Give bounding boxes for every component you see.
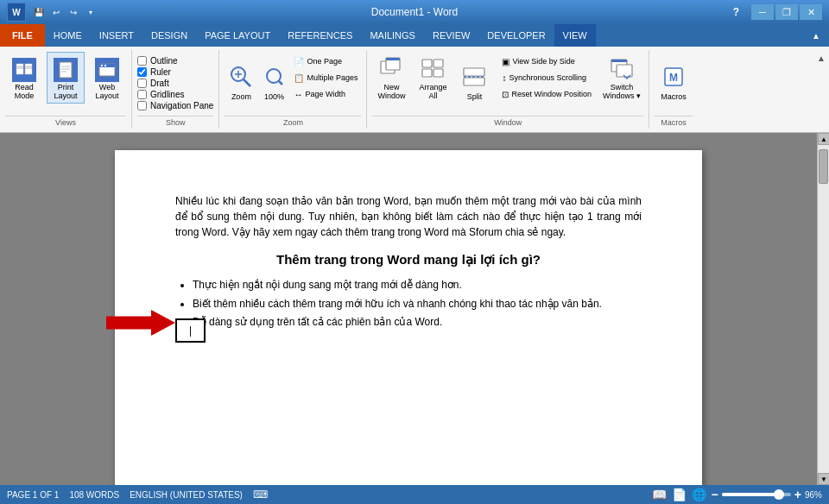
draft-check[interactable]	[137, 79, 147, 88]
menu-references[interactable]: REFERENCES	[279, 24, 361, 47]
status-web-layout-btn[interactable]: 🌐	[692, 488, 706, 501]
ruler-check[interactable]	[137, 67, 147, 77]
document-heading: Thêm trang trong Word mang lại lợi ích g…	[175, 252, 642, 268]
switch-windows-icon	[608, 54, 636, 82]
reset-window-position-button[interactable]: ⊡ Reset Window Position	[498, 87, 595, 102]
zoom-minus-button[interactable]: −	[712, 488, 718, 501]
scroll-down-button[interactable]: ▼	[818, 473, 829, 485]
split-icon	[460, 63, 488, 91]
page-info: PAGE 1 OF 1	[7, 490, 59, 500]
document-paragraph: Nhiều lúc khi đang soạn thảo văn bản tro…	[175, 193, 642, 240]
window-main-buttons: NewWindow ArrangeAll Split	[372, 52, 493, 104]
scroll-up-button[interactable]: ▲	[818, 133, 829, 145]
views-group-label: Views	[5, 116, 126, 127]
show-group-content: Outline Ruler Draft Gridlines Navigation…	[137, 52, 213, 116]
svg-rect-25	[422, 69, 432, 77]
zoom-slider[interactable]	[722, 493, 791, 496]
ribbon-right: ▲	[817, 50, 829, 129]
menu-home[interactable]: HOME	[45, 24, 91, 47]
undo-quick-btn[interactable]: ↩	[48, 4, 64, 20]
status-right: 📖 📄 🌐 − + 96%	[652, 488, 822, 501]
zoom-group-label: Zoom	[225, 116, 361, 127]
scroll-thumb[interactable]	[819, 149, 828, 184]
close-button[interactable]: ✕	[800, 4, 822, 20]
document-scroll[interactable]: | Nhiều lúc khi đang soạn thảo văn bản t…	[0, 133, 817, 485]
menu-insert[interactable]: INSERT	[91, 24, 142, 47]
menu-expand[interactable]: ▲	[803, 24, 829, 47]
print-layout-button[interactable]: PrintLayout	[47, 52, 85, 104]
word-count: 108 WORDS	[69, 490, 119, 500]
zoom-slider-thumb	[774, 489, 784, 500]
sync-scroll-icon: ↕	[502, 73, 506, 83]
more-quick-btn[interactable]: ▾	[83, 4, 98, 20]
list-item: Biết thêm nhiều cách thêm trang mới hữu …	[193, 295, 642, 314]
menu-design[interactable]: DESIGN	[142, 24, 196, 47]
status-read-mode-btn[interactable]: 📖	[652, 488, 667, 501]
nav-pane-checkbox[interactable]: Navigation Pane	[137, 100, 213, 111]
read-mode-button[interactable]: ReadMode	[5, 52, 43, 104]
zoom-percent-status: 96%	[805, 490, 822, 500]
page-width-button[interactable]: ↔ Page Width	[290, 87, 361, 102]
language-info: ENGLISH (UNITED STATES)	[130, 490, 243, 500]
red-arrow	[106, 310, 175, 336]
svg-line-15	[244, 79, 250, 86]
macros-button[interactable]: M Macros	[655, 52, 693, 104]
draft-checkbox[interactable]: Draft	[137, 78, 169, 89]
svg-point-12	[101, 65, 103, 66]
page-width-icon: ↔	[294, 90, 302, 99]
minimize-button[interactable]: ─	[751, 4, 774, 20]
title-bar: W 💾 ↩ ↪ ▾ Document1 - Word ? ─ ❐ ✕	[0, 0, 829, 24]
nav-pane-check[interactable]	[137, 101, 147, 110]
window-group-content: NewWindow ArrangeAll Split	[372, 52, 643, 116]
views-group: ReadMode PrintLayout WebLayout Views	[0, 50, 132, 129]
restore-button[interactable]: ❐	[775, 4, 798, 20]
read-mode-label: ReadMode	[15, 84, 35, 101]
macros-group: M Macros Macros	[649, 50, 698, 129]
view-side-by-side-button[interactable]: ▣ View Side by Side	[498, 54, 595, 69]
outline-checkbox[interactable]: Outline	[137, 55, 178, 66]
web-layout-button[interactable]: WebLayout	[88, 52, 126, 104]
save-quick-btn[interactable]: 💾	[31, 4, 47, 20]
ruler-checkbox[interactable]: Ruler	[137, 66, 171, 78]
split-button[interactable]: Split	[455, 52, 493, 104]
zoom-options: 📄 One Page 📋 Multiple Pages ↔ Page Width	[290, 52, 361, 104]
menu-mailings[interactable]: MAILINGS	[361, 24, 424, 47]
outline-check[interactable]	[137, 56, 147, 66]
gridlines-checkbox[interactable]: Gridlines	[137, 89, 184, 100]
macros-group-content: M Macros	[655, 52, 693, 116]
new-window-button[interactable]: NewWindow	[372, 52, 410, 104]
menu-page-layout[interactable]: PAGE LAYOUT	[196, 24, 279, 47]
svg-rect-24	[433, 60, 443, 67]
ribbon-collapse-button[interactable]: ▲	[817, 54, 826, 63]
list-item: Dễ dàng sử dụng trên tất cả các phiên bả…	[193, 313, 642, 332]
zoom-percent-button[interactable]: 100%	[261, 52, 287, 104]
multiple-pages-button[interactable]: 📋 Multiple Pages	[290, 71, 361, 85]
status-print-layout-btn[interactable]: 📄	[672, 488, 687, 501]
gridlines-check[interactable]	[137, 90, 147, 99]
print-layout-icon	[54, 58, 78, 82]
menu-developer[interactable]: DEVELOPER	[478, 24, 554, 47]
read-mode-icon	[12, 58, 36, 82]
svg-point-13	[104, 65, 106, 66]
zoom-plus-button[interactable]: +	[794, 488, 801, 501]
one-page-button[interactable]: 📄 One Page	[290, 54, 361, 69]
print-layout-label: PrintLayout	[54, 84, 77, 101]
quick-access-toolbar: 💾 ↩ ↪ ▾	[31, 4, 98, 20]
redo-quick-btn[interactable]: ↪	[66, 4, 81, 20]
menu-file[interactable]: FILE	[0, 24, 45, 47]
zoom-button[interactable]: Zoom	[225, 52, 257, 104]
show-group: Outline Ruler Draft Gridlines Navigation…	[132, 50, 219, 129]
svg-line-19	[279, 81, 282, 85]
window-group-label: Window	[372, 116, 643, 127]
switch-windows-button[interactable]: SwitchWindows ▾	[600, 52, 643, 104]
vertical-scrollbar[interactable]: ▲ ▼	[817, 133, 829, 485]
menu-review[interactable]: REVIEW	[424, 24, 478, 47]
synchronous-scrolling-button[interactable]: ↕ Synchronous Scrolling	[498, 71, 595, 85]
document-container: | Nhiều lúc khi đang soạn thảo văn bản t…	[0, 133, 829, 485]
svg-text:M: M	[669, 72, 678, 84]
svg-rect-0	[16, 64, 23, 74]
menu-view[interactable]: VIEW	[554, 24, 596, 47]
scroll-track[interactable]	[818, 145, 829, 473]
help-button[interactable]: ?	[733, 6, 739, 18]
arrange-all-button[interactable]: ArrangeAll	[414, 52, 452, 104]
